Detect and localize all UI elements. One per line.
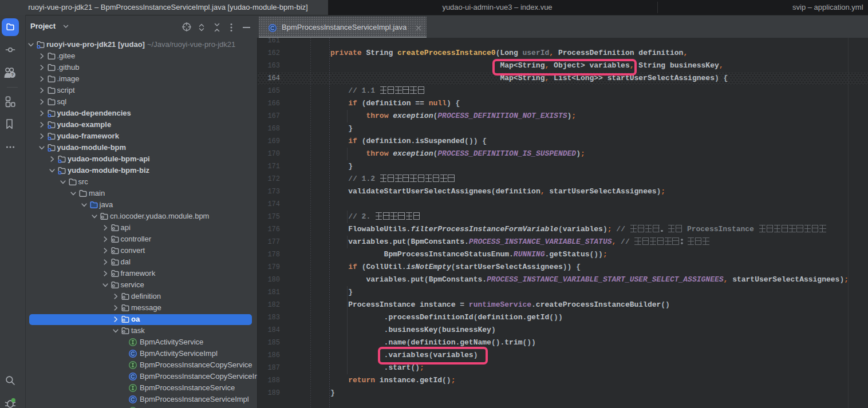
svg-text:?: ? (11, 72, 14, 77)
